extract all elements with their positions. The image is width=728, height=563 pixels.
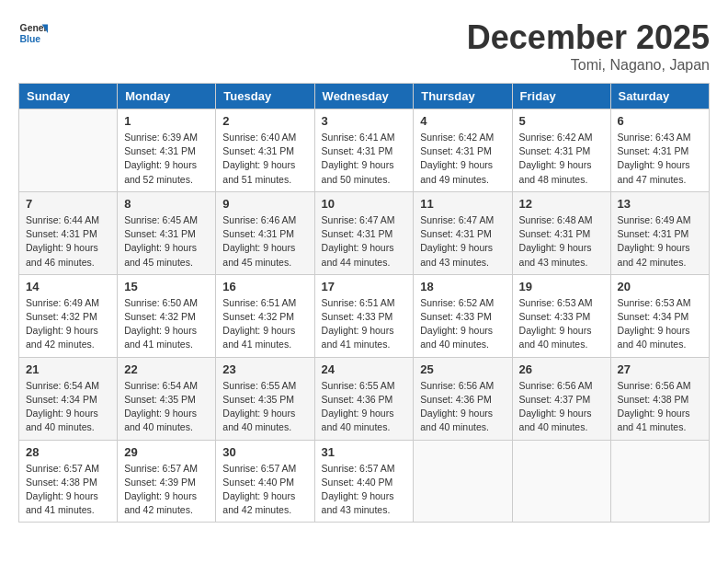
day-number: 1 [124, 114, 209, 128]
day-number: 16 [222, 280, 307, 293]
day-detail: Sunrise: 6:56 AM Sunset: 4:36 PM Dayligh… [420, 379, 505, 435]
day-detail: Sunrise: 6:55 AM Sunset: 4:36 PM Dayligh… [322, 379, 407, 435]
calendar-cell: 13Sunrise: 6:49 AM Sunset: 4:31 PM Dayli… [610, 191, 709, 274]
day-number: 25 [420, 362, 505, 376]
header-cell: Friday [512, 84, 610, 109]
calendar-cell: 8Sunrise: 6:45 AM Sunset: 4:31 PM Daylig… [118, 191, 216, 274]
calendar-cell: 14Sunrise: 6:49 AM Sunset: 4:32 PM Dayli… [19, 274, 118, 357]
day-detail: Sunrise: 6:49 AM Sunset: 4:31 PM Dayligh… [618, 213, 702, 270]
day-number: 28 [26, 445, 110, 459]
calendar-cell: 23Sunrise: 6:55 AM Sunset: 4:35 PM Dayli… [216, 357, 314, 440]
calendar-cell: 5Sunrise: 6:42 AM Sunset: 4:31 PM Daylig… [512, 109, 610, 192]
day-number: 24 [322, 362, 407, 376]
calendar-cell: 24Sunrise: 6:55 AM Sunset: 4:36 PM Dayli… [314, 357, 414, 440]
logo: General Blue [18, 18, 48, 48]
day-number: 4 [420, 114, 505, 128]
day-number: 6 [618, 114, 702, 128]
calendar-cell: 19Sunrise: 6:53 AM Sunset: 4:33 PM Dayli… [512, 274, 610, 357]
calendar-cell: 1Sunrise: 6:39 AM Sunset: 4:31 PM Daylig… [118, 109, 216, 192]
logo-icon: General Blue [18, 18, 48, 48]
calendar-cell: 21Sunrise: 6:54 AM Sunset: 4:34 PM Dayli… [19, 357, 118, 440]
calendar-cell: 11Sunrise: 6:47 AM Sunset: 4:31 PM Dayli… [414, 191, 512, 274]
location: Tomi, Nagano, Japan [467, 57, 710, 74]
day-number: 10 [322, 197, 407, 211]
calendar-cell: 28Sunrise: 6:57 AM Sunset: 4:38 PM Dayli… [19, 440, 118, 523]
calendar-week-row: 1Sunrise: 6:39 AM Sunset: 4:31 PM Daylig… [19, 109, 710, 192]
calendar-cell: 29Sunrise: 6:57 AM Sunset: 4:39 PM Dayli… [118, 440, 216, 523]
day-number: 13 [618, 197, 702, 211]
calendar-cell: 27Sunrise: 6:56 AM Sunset: 4:38 PM Dayli… [610, 357, 709, 440]
calendar-cell: 22Sunrise: 6:54 AM Sunset: 4:35 PM Dayli… [118, 357, 216, 440]
day-detail: Sunrise: 6:57 AM Sunset: 4:40 PM Dayligh… [222, 462, 307, 518]
day-number: 23 [222, 362, 307, 376]
day-detail: Sunrise: 6:47 AM Sunset: 4:31 PM Dayligh… [322, 213, 407, 270]
day-number: 7 [26, 197, 110, 211]
header-row: SundayMondayTuesdayWednesdayThursdayFrid… [19, 84, 710, 109]
calendar-week-row: 14Sunrise: 6:49 AM Sunset: 4:32 PM Dayli… [19, 274, 710, 357]
day-detail: Sunrise: 6:56 AM Sunset: 4:37 PM Dayligh… [519, 379, 604, 435]
day-detail: Sunrise: 6:40 AM Sunset: 4:31 PM Dayligh… [222, 131, 307, 187]
day-detail: Sunrise: 6:48 AM Sunset: 4:31 PM Dayligh… [519, 213, 604, 270]
calendar-cell: 18Sunrise: 6:52 AM Sunset: 4:33 PM Dayli… [414, 274, 512, 357]
calendar-cell: 4Sunrise: 6:42 AM Sunset: 4:31 PM Daylig… [414, 109, 512, 192]
header-cell: Monday [118, 84, 216, 109]
day-number: 15 [124, 280, 209, 293]
day-number: 12 [519, 197, 604, 211]
month-title: December 2025 [467, 18, 710, 57]
day-detail: Sunrise: 6:39 AM Sunset: 4:31 PM Dayligh… [124, 131, 209, 187]
day-number: 9 [222, 197, 307, 211]
day-detail: Sunrise: 6:56 AM Sunset: 4:38 PM Dayligh… [618, 379, 702, 435]
day-number: 20 [618, 280, 702, 293]
day-detail: Sunrise: 6:57 AM Sunset: 4:39 PM Dayligh… [124, 462, 209, 518]
day-detail: Sunrise: 6:42 AM Sunset: 4:31 PM Dayligh… [519, 131, 604, 187]
day-number: 3 [322, 114, 407, 128]
day-detail: Sunrise: 6:51 AM Sunset: 4:33 PM Dayligh… [322, 296, 407, 352]
day-number: 21 [26, 362, 110, 376]
calendar-table: SundayMondayTuesdayWednesdayThursdayFrid… [18, 83, 710, 523]
header-cell: Thursday [414, 84, 512, 109]
calendar-cell: 20Sunrise: 6:53 AM Sunset: 4:34 PM Dayli… [610, 274, 709, 357]
title-block: December 2025 Tomi, Nagano, Japan [467, 18, 710, 74]
day-number: 11 [420, 197, 505, 211]
calendar-week-row: 28Sunrise: 6:57 AM Sunset: 4:38 PM Dayli… [19, 440, 710, 523]
header-cell: Sunday [19, 84, 118, 109]
calendar-week-row: 7Sunrise: 6:44 AM Sunset: 4:31 PM Daylig… [19, 191, 710, 274]
day-detail: Sunrise: 6:50 AM Sunset: 4:32 PM Dayligh… [124, 296, 209, 352]
calendar-cell: 16Sunrise: 6:51 AM Sunset: 4:32 PM Dayli… [216, 274, 314, 357]
day-detail: Sunrise: 6:57 AM Sunset: 4:38 PM Dayligh… [26, 462, 110, 518]
calendar-cell [610, 440, 709, 523]
day-number: 2 [222, 114, 307, 128]
day-number: 26 [519, 362, 604, 376]
day-number: 18 [420, 280, 505, 293]
day-detail: Sunrise: 6:41 AM Sunset: 4:31 PM Dayligh… [322, 131, 407, 187]
calendar-cell: 6Sunrise: 6:43 AM Sunset: 4:31 PM Daylig… [610, 109, 709, 192]
day-number: 17 [322, 280, 407, 293]
header-cell: Wednesday [314, 84, 414, 109]
day-number: 27 [618, 362, 702, 376]
day-detail: Sunrise: 6:44 AM Sunset: 4:31 PM Dayligh… [26, 213, 110, 270]
calendar-cell: 12Sunrise: 6:48 AM Sunset: 4:31 PM Dayli… [512, 191, 610, 274]
calendar-cell [19, 109, 118, 192]
calendar-week-row: 21Sunrise: 6:54 AM Sunset: 4:34 PM Dayli… [19, 357, 710, 440]
header-cell: Saturday [610, 84, 709, 109]
calendar-cell: 17Sunrise: 6:51 AM Sunset: 4:33 PM Dayli… [314, 274, 414, 357]
calendar-cell [512, 440, 610, 523]
day-detail: Sunrise: 6:57 AM Sunset: 4:40 PM Dayligh… [322, 462, 407, 518]
day-detail: Sunrise: 6:45 AM Sunset: 4:31 PM Dayligh… [124, 213, 209, 270]
calendar-cell: 31Sunrise: 6:57 AM Sunset: 4:40 PM Dayli… [314, 440, 414, 523]
calendar-cell: 2Sunrise: 6:40 AM Sunset: 4:31 PM Daylig… [216, 109, 314, 192]
day-detail: Sunrise: 6:54 AM Sunset: 4:35 PM Dayligh… [124, 379, 209, 435]
day-number: 19 [519, 280, 604, 293]
page-header: General Blue December 2025 Tomi, Nagano,… [18, 18, 710, 74]
day-number: 29 [124, 445, 209, 459]
day-number: 14 [26, 280, 110, 293]
calendar-cell: 7Sunrise: 6:44 AM Sunset: 4:31 PM Daylig… [19, 191, 118, 274]
svg-text:Blue: Blue [20, 34, 41, 44]
day-detail: Sunrise: 6:53 AM Sunset: 4:33 PM Dayligh… [519, 296, 604, 352]
day-number: 8 [124, 197, 209, 211]
calendar-cell: 15Sunrise: 6:50 AM Sunset: 4:32 PM Dayli… [118, 274, 216, 357]
day-detail: Sunrise: 6:46 AM Sunset: 4:31 PM Dayligh… [222, 213, 307, 270]
day-number: 5 [519, 114, 604, 128]
day-number: 31 [322, 445, 407, 459]
day-detail: Sunrise: 6:47 AM Sunset: 4:31 PM Dayligh… [420, 213, 505, 270]
